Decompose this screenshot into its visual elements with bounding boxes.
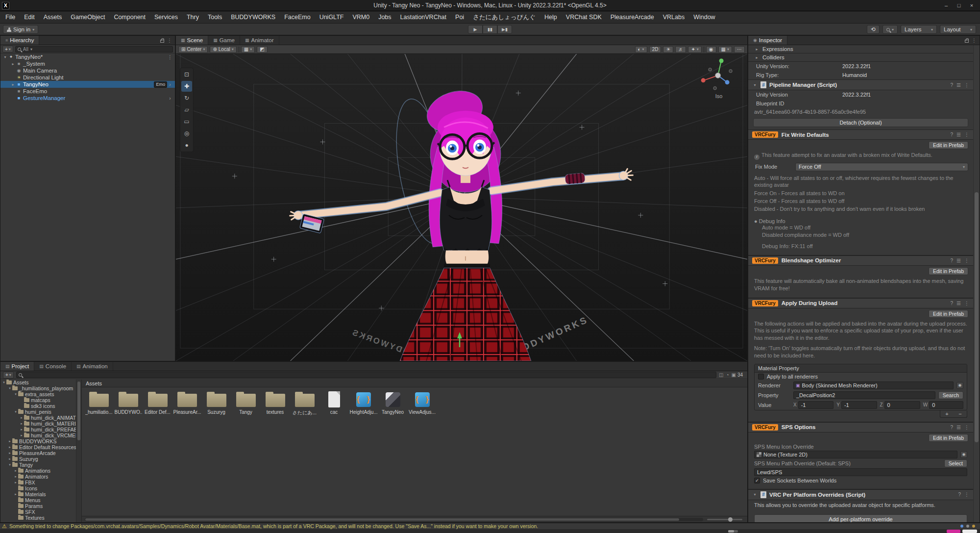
menu-item[interactable]: UniGLTF xyxy=(315,11,348,24)
foldout-arrow-icon[interactable]: ▸ xyxy=(10,62,16,66)
project-tree-row[interactable]: ▾ _humiliations_playroom xyxy=(0,385,81,391)
bottom-panel-tab[interactable]: ▤ Animation xyxy=(72,362,113,371)
save-sockets-checkbox[interactable]: ✓ xyxy=(754,478,760,483)
menu-item[interactable]: Thry xyxy=(182,11,203,24)
preset-icon[interactable]: ☰ xyxy=(956,301,961,306)
foldout-arrow-icon[interactable]: ▸ xyxy=(7,439,12,443)
panel-menu-icon[interactable]: ⋮ xyxy=(972,38,977,43)
asset-item[interactable]: textures xyxy=(261,389,289,415)
foldout-arrow-icon[interactable]: ▾ xyxy=(2,55,8,59)
foldout-arrow-icon[interactable]: ▸ xyxy=(7,445,12,449)
project-breadcrumb[interactable]: Assets xyxy=(82,380,747,387)
search-by-label-icon[interactable]: ◔ xyxy=(726,372,729,378)
project-tree-row[interactable]: matcaps xyxy=(0,397,81,403)
menu-item[interactable]: Assets xyxy=(39,11,67,24)
project-tree-row[interactable]: ▸ Materials xyxy=(0,491,81,497)
project-tree-row[interactable]: ▸ humi_dick_ANIMATIC xyxy=(0,415,81,421)
menu-item[interactable]: Help xyxy=(540,11,562,24)
bottom-panel-tab[interactable]: ▤ Console xyxy=(34,362,72,371)
project-tree-row[interactable]: ▾ Assets xyxy=(0,380,81,385)
inspector-foldout[interactable]: ▸ Colliders xyxy=(748,53,973,62)
layout-dropdown[interactable]: Layout▾ xyxy=(940,25,976,34)
menu-item[interactable]: Tools xyxy=(203,11,226,24)
hierarchy-row[interactable]: FaceEmo xyxy=(0,88,175,95)
sps-path-field[interactable]: Lewd/SPS xyxy=(754,468,967,476)
component-menu-icon[interactable]: ⋮ xyxy=(964,258,969,263)
foldout-arrow-icon[interactable]: ▸ xyxy=(7,451,12,455)
custom-tool-button[interactable]: ● xyxy=(181,140,192,151)
asset-item[interactable]: _humiliatio... xyxy=(85,389,113,415)
menu-item[interactable]: Window xyxy=(689,11,719,24)
project-tree-row[interactable]: ▾ humi_penis xyxy=(0,409,81,415)
remove-element-button[interactable]: − xyxy=(958,411,961,417)
audio-toggle[interactable]: ♬ xyxy=(675,46,686,53)
axis-value-field[interactable]: -1 xyxy=(798,401,834,409)
sps-icon-object-field[interactable]: None (Texture 2D) xyxy=(754,451,957,458)
project-tree-row[interactable]: SFX xyxy=(0,509,81,515)
minimize-button[interactable]: – xyxy=(941,1,952,10)
gizmos-dropdown[interactable]: ▦▾ xyxy=(718,46,732,53)
asset-item[interactable]: cac xyxy=(320,389,348,415)
hierarchy-row[interactable]: GestureManager › xyxy=(0,95,175,102)
hierarchy-row[interactable]: ▸ _System xyxy=(0,60,175,67)
scale-tool-button[interactable]: ▱ xyxy=(181,104,192,115)
project-tree-row[interactable]: Menus xyxy=(0,497,81,503)
2d-toggle[interactable]: 2D xyxy=(649,46,662,53)
foldout-arrow-icon[interactable]: ▾ xyxy=(752,83,758,87)
lock-icon[interactable] xyxy=(160,40,164,43)
fix-mode-dropdown[interactable]: Force Off ▾ xyxy=(795,163,968,171)
foldout-arrow-icon[interactable]: ▸ xyxy=(13,469,18,473)
icon-size-slider[interactable] xyxy=(707,519,742,520)
asset-item[interactable]: Editor Def... xyxy=(144,389,172,415)
rect-tool-button[interactable]: ▭ xyxy=(181,116,192,127)
tab-hierarchy[interactable]: ≡ Hierarchy xyxy=(0,36,39,45)
menu-item[interactable]: Services xyxy=(150,11,182,24)
move-tool-button[interactable]: ✚ xyxy=(181,81,192,92)
project-tree-row[interactable]: Icons xyxy=(0,485,81,491)
tab-inspector[interactable]: ◉ Inspector xyxy=(748,36,787,45)
help-icon[interactable]: ? xyxy=(950,425,953,430)
step-button[interactable]: ▶▮ xyxy=(497,25,512,34)
scene-viewport[interactable]: BUDDYWORKS BUDDYWORKS xyxy=(176,54,747,361)
tool-handle-pivot-dropdown[interactable]: ⊞Center ▾ xyxy=(178,46,208,53)
bottom-panel-tab[interactable]: ▤ Project xyxy=(0,362,34,371)
scene-view-tab[interactable]: ▦ Animator xyxy=(240,36,279,45)
view-tool-button[interactable]: ⊡ xyxy=(181,69,192,80)
scene-view-menu[interactable]: ⋯ xyxy=(734,46,745,53)
project-tree-row[interactable]: ▸ Editor Default Resources xyxy=(0,444,81,450)
horizontal-scrollbar[interactable] xyxy=(85,518,703,521)
close-button[interactable]: × xyxy=(966,1,977,10)
row-chevron-icon[interactable]: › xyxy=(167,82,173,87)
asset-item[interactable]: HeightAdju... xyxy=(349,389,377,415)
snap-toggle[interactable]: ◩ xyxy=(257,46,267,53)
object-picker-button[interactable]: ◉ xyxy=(960,451,967,458)
project-tree-row[interactable]: ▸ FBX xyxy=(0,480,81,485)
inspector-scrollbar[interactable] xyxy=(973,45,980,522)
foldout-arrow-icon[interactable]: ▾ xyxy=(13,392,18,396)
maximize-button[interactable]: □ xyxy=(954,1,964,10)
project-tree-row[interactable]: ▸ humi_dick_PREFABS xyxy=(0,427,81,432)
panel-menu-icon[interactable]: ⋮ xyxy=(167,38,172,43)
component-menu-icon[interactable]: ⋮ xyxy=(964,82,969,88)
lock-icon[interactable] xyxy=(965,40,969,43)
menu-item[interactable]: さたにあしょっぴんぐ xyxy=(468,11,540,24)
hierarchy-search-input[interactable]: All ▾ xyxy=(15,46,173,52)
menu-item[interactable]: Jobs xyxy=(374,11,395,24)
menu-item[interactable]: VRChat SDK xyxy=(562,11,606,24)
foldout-arrow-icon[interactable]: ▸ xyxy=(7,457,12,461)
slider-knob[interactable] xyxy=(728,517,733,522)
project-tree-row[interactable]: ▾ extra_assets xyxy=(0,391,81,397)
menu-item[interactable]: Component xyxy=(109,11,150,24)
rotate-tool-button[interactable]: ↻ xyxy=(181,93,192,103)
object-picker-button[interactable]: ◉ xyxy=(956,382,963,389)
shading-mode-dropdown[interactable]: ◐▾ xyxy=(635,46,647,53)
project-tree-row[interactable]: ▸ PleasureArcade xyxy=(0,450,81,456)
foldout-arrow-icon[interactable]: ▸ xyxy=(13,492,18,496)
menu-item[interactable]: File xyxy=(1,11,20,24)
scene-view-tab[interactable]: ▦ Scene xyxy=(176,36,208,45)
vrcfury-header-blendshape-optimizer[interactable]: VRCFury Blendshape Optimizer ? ☰ ⋮ xyxy=(748,255,973,266)
project-tree-row[interactable]: ▸ Animators xyxy=(0,474,81,480)
project-tree-row[interactable]: ▸ Suzuryg xyxy=(0,456,81,462)
axis-value-field[interactable]: -1 xyxy=(841,401,877,409)
vrcfury-header-apply-during-upload[interactable]: VRCFury Apply During Upload ? ☰ ⋮ xyxy=(748,298,973,308)
